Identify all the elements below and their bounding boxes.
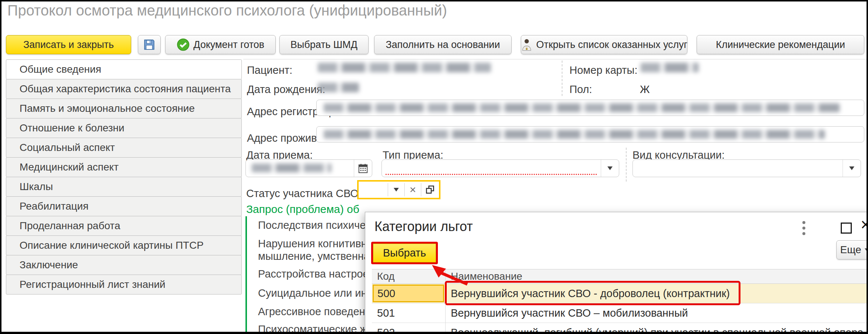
code-column-header[interactable]: Код: [372, 269, 446, 283]
tab-label: Регистрационный лист знаний: [20, 279, 165, 290]
chevron-down-icon: [849, 166, 854, 170]
tab-attitude-illness[interactable]: Отношение к болезни: [6, 118, 242, 138]
chevron-down-icon: [865, 248, 868, 251]
request-item[interactable]: Нарушения когнитивн: [258, 238, 367, 250]
choose-shmd-button[interactable]: Выбрать ШМД: [279, 35, 369, 54]
select-button[interactable]: Выбрать: [373, 244, 436, 262]
tab-general-info[interactable]: Общие сведения: [6, 59, 242, 79]
consult-kind-combobox[interactable]: [632, 159, 861, 177]
floppy-disk-icon: [143, 38, 156, 51]
chevron-down-icon: [394, 188, 399, 192]
dialog-title: Категории льгот: [374, 219, 473, 234]
calendar-icon: [358, 163, 369, 174]
app-window: Протокол осмотра медицинского психолога …: [0, 0, 868, 334]
tab-label: Общая характеристика состояния пациента: [20, 83, 231, 95]
open-services-label: Открыть список оказанных услуг: [536, 39, 687, 51]
tab-label: Заключение: [20, 259, 78, 271]
svo-open-button[interactable]: [421, 182, 439, 198]
svo-clear-button[interactable]: ×: [405, 182, 421, 198]
benefit-categories-table: Код Наименование 500 Вернувшийся участни…: [372, 269, 868, 334]
clinical-recommendations-label: Клинические рекомендации: [716, 39, 845, 51]
living-address-redacted: [324, 130, 825, 139]
tab-label: Проделанная работа: [20, 220, 120, 232]
document-ready-button[interactable]: Документ готов: [165, 35, 276, 54]
tab-label: Реабилитация: [20, 200, 88, 212]
page-title: Протокол осмотра медицинского психолога …: [7, 2, 447, 19]
visit-type-dropdown-button[interactable]: [601, 160, 619, 177]
svo-dropdown-button[interactable]: [388, 182, 404, 198]
tab-ptsd-clinical[interactable]: Описание клинической картины ПТСР: [6, 235, 242, 255]
section-tabs: Общие сведения Общая характеристика сост…: [6, 60, 242, 295]
selected-code-cell[interactable]: 500: [373, 285, 444, 302]
close-icon[interactable]: ×: [861, 216, 868, 233]
code-cell[interactable]: 501: [372, 303, 446, 323]
request-section-heading: Запрос (проблема) об: [246, 203, 359, 216]
benefit-categories-dialog: Категории льгот × Выбрать Еще Код Наимен…: [365, 212, 868, 334]
kebab-menu-icon[interactable]: [802, 221, 805, 235]
request-item[interactable]: мышление, умственная: [258, 250, 376, 262]
tab-label: Общие сведения: [20, 63, 101, 75]
gender-label: Пол:: [569, 83, 592, 96]
patient-label: Пациент:: [247, 64, 292, 76]
tab-rehabilitation[interactable]: Реабилитация: [6, 196, 242, 216]
consult-kind-dropdown-button[interactable]: [843, 160, 861, 177]
tab-scales[interactable]: Шкалы: [6, 177, 242, 197]
save-button[interactable]: [138, 35, 161, 54]
doctor-person-icon: [521, 38, 533, 51]
visit-type-combobox[interactable]: [381, 159, 619, 177]
request-item[interactable]: Расстройства настрое: [258, 268, 369, 280]
request-item[interactable]: Суицидальное или ин: [258, 287, 367, 299]
svo-status-combobox[interactable]: ×: [357, 180, 440, 199]
name-cell[interactable]: Военнослужащий, погибший (умерший) при у…: [446, 323, 868, 334]
tab-patient-state[interactable]: Общая характеристика состояния пациента: [6, 79, 242, 99]
table-row[interactable]: 500 Вернувшийся участник СВО - доброволе…: [372, 284, 868, 303]
maximize-icon[interactable]: [841, 223, 852, 234]
open-in-new-icon: [425, 185, 435, 195]
tab-conclusion[interactable]: Заключение: [6, 255, 242, 275]
clinical-recommendations-button[interactable]: Клинические рекомендации: [697, 35, 864, 54]
tab-medical-aspect[interactable]: Медицинский аспект: [6, 157, 242, 177]
more-button-label: Еще: [840, 244, 861, 256]
fill-on-basis-label: Заполнить на основании: [386, 39, 500, 51]
choose-shmd-label: Выбрать ШМД: [290, 39, 358, 51]
select-button-highlight: Выбрать: [371, 242, 438, 264]
gender-value: Ж: [640, 83, 650, 96]
table-row[interactable]: 501 Вернувшийся участник СВО – мобилизов…: [372, 303, 868, 323]
card-number-redacted: [641, 63, 699, 72]
save-and-close-button[interactable]: Записать и закрыть: [6, 35, 131, 54]
save-and-close-label: Записать и закрыть: [23, 39, 114, 51]
name-cell[interactable]: Вернувшийся участник СВО – мобилизованны…: [446, 303, 868, 323]
section-accent-bar: [245, 216, 247, 334]
fill-on-basis-button[interactable]: Заполнить на основании: [374, 35, 512, 54]
tab-memory-emotional[interactable]: Память и эмоциональное состояние: [6, 99, 242, 118]
birth-date-redacted: [318, 83, 359, 92]
request-item[interactable]: Агрессивное поведени: [258, 306, 371, 318]
tab-label: Отношение к болезни: [20, 122, 124, 134]
request-item[interactable]: Последствия психичес: [258, 219, 371, 231]
content-divider: [243, 59, 867, 59]
tab-label: Социальный аспект: [20, 142, 115, 154]
more-button[interactable]: Еще: [836, 240, 868, 259]
tab-label: Память и эмоциональное состояние: [20, 103, 195, 114]
tab-label: Описание клинической картины ПТСР: [20, 240, 203, 251]
chevron-down-icon: [607, 166, 613, 170]
registration-address-redacted: [324, 103, 840, 112]
column-separator: [562, 61, 562, 96]
tab-label: Шкалы: [20, 181, 53, 193]
tab-social-aspect[interactable]: Социальный аспект: [6, 138, 242, 158]
visit-date-input[interactable]: [245, 159, 372, 177]
birth-date-label: Дата рождения:: [247, 83, 325, 96]
tab-work-done[interactable]: Проделанная работа: [6, 216, 242, 236]
column-separator: [626, 148, 627, 182]
open-services-button[interactable]: Открыть список оказанных услуг: [521, 35, 687, 54]
tab-registration-sheet[interactable]: Регистрационный лист знаний: [6, 275, 242, 295]
table-row[interactable]: 502 Военнослужащий, погибший (умерший) п…: [372, 323, 868, 334]
request-item[interactable]: Психосоматические жа: [258, 323, 373, 334]
svo-status-label: Статус участника СВО:: [246, 187, 362, 200]
visit-date-redacted: [252, 163, 331, 172]
calendar-picker-button[interactable]: [354, 160, 372, 177]
card-number-label: Номер карты:: [569, 64, 637, 76]
document-ready-label: Документ готов: [194, 39, 264, 51]
code-cell[interactable]: 502: [372, 323, 446, 334]
svo-status-value[interactable]: [359, 182, 388, 198]
